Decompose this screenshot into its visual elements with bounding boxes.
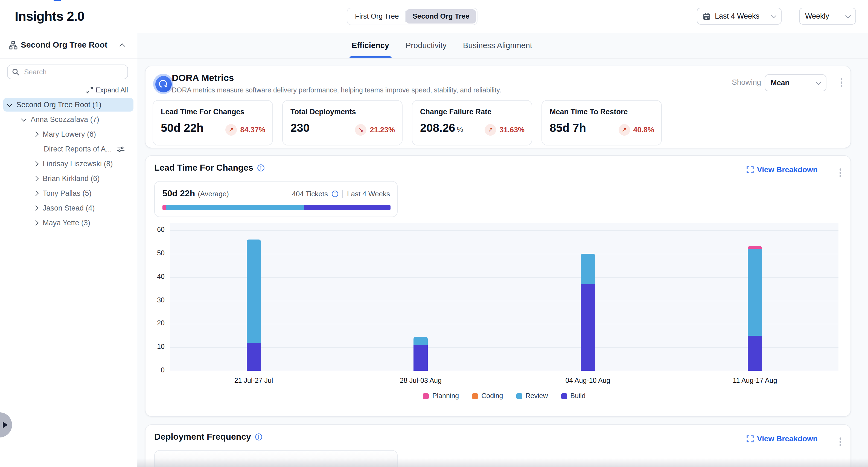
collapse-sidebar-chevron[interactable] [120,43,125,49]
trend-up-icon: ↗ [225,124,237,135]
chevron-right-icon[interactable] [33,205,38,211]
legend-swatch [472,393,478,399]
chevron-right-icon[interactable] [33,161,38,166]
tree-item-6[interactable]: Tony Pallas (5) [0,186,137,201]
app-window: Insights 2.0 First Org Tree Second Org T… [0,0,868,467]
gridline-50 [170,254,838,254]
search-input[interactable] [23,67,123,76]
trend-down-icon: ↘ [355,124,367,135]
sidebar-header: Second Org Tree Root [0,33,137,59]
org-tree-option-second[interactable]: Second Org Tree [406,9,476,24]
chevron-right-icon[interactable] [33,220,38,225]
bar-0-review[interactable] [247,240,261,343]
aggregation-select[interactable]: Mean [765,74,827,91]
chevron-right-icon[interactable] [33,176,38,181]
legend-label: Planning [432,392,459,400]
info-icon[interactable] [332,190,339,197]
bar-1-build[interactable] [414,345,428,371]
phase-segment-planning [162,205,166,210]
deployment-kebab-menu[interactable] [838,436,843,447]
tickets-count: 404 Tickets [292,190,328,198]
chevron-down-icon[interactable] [21,116,27,121]
bar-0-build[interactable] [247,343,261,371]
bar-3-build[interactable] [748,336,762,371]
bar-3-planning[interactable] [748,246,762,249]
tree-item-label: Brian Kirkland (6) [43,175,100,183]
expand-all-button[interactable]: Expand All [86,86,128,94]
metric-card-0: Lead Time For Changes50d 22h↗84.37% [153,100,273,146]
tree-item-4[interactable]: Lindsay Liszewski (8) [0,156,137,171]
tree-item-7[interactable]: Jason Stead (4) [0,201,137,215]
legend-item-coding[interactable]: Coding [472,392,503,400]
lead-time-card: Lead Time For Changes View Breakdown 50d… [145,155,851,417]
chevron-down-icon [771,12,776,18]
chevron-right-icon[interactable] [33,131,38,137]
vertical-divider [343,190,343,198]
legend-swatch [561,393,567,399]
date-range-value: Last 4 Weeks [715,12,772,20]
gridline-30 [170,301,838,301]
date-range-select[interactable]: Last 4 Weeks [697,8,782,25]
tree-item-label: Jason Stead (4) [43,204,95,212]
tab-business-alignment[interactable]: Business Alignment [463,33,532,58]
chevron-down-icon [816,79,821,85]
bar-2-build[interactable] [581,284,595,371]
legend-label: Build [570,392,586,400]
viewport-bottom-fade [137,458,868,467]
tab-productivity[interactable]: Productivity [406,33,446,58]
tree-item-8[interactable]: Maya Yette (3) [0,215,137,230]
tree-item-1[interactable]: Anna Scozzafava (7) [0,112,137,127]
legend-item-planning[interactable]: Planning [423,392,459,400]
legend-item-build[interactable]: Build [561,392,586,400]
tree-item-3[interactable]: Direct Reports of A... [0,142,137,156]
x-tick-0: 21 Jul-27 Jul [210,377,298,384]
bar-3-review[interactable] [748,249,762,336]
info-icon[interactable] [255,433,262,441]
tab-efficiency[interactable]: Efficiency [352,33,389,58]
lead-time-title: Lead Time For Changes [154,163,253,173]
metric-delta-value: 21.23% [370,126,395,134]
trend-up-icon: ↗ [618,124,630,135]
bar-2-review[interactable] [581,254,595,284]
org-tree: Second Org Tree Root (1)Anna Scozzafava … [0,97,137,230]
view-breakdown-label: View Breakdown [757,165,818,174]
y-tick-60: 60 [148,226,165,234]
legend-label: Coding [481,392,503,400]
tree-item-content: Tony Pallas (5) [34,189,92,197]
org-tree-option-first[interactable]: First Org Tree [348,9,405,24]
info-icon[interactable] [257,164,265,172]
metric-card-2: Change Failure Rate208.26%↗31.63% [412,100,532,146]
filter-sliders-icon[interactable] [117,146,125,153]
top-header: Insights 2.0 First Org Tree Second Org T… [0,0,868,33]
legend-swatch [423,393,429,399]
chevron-down-icon[interactable] [7,101,12,106]
expand-corners-icon [747,435,754,442]
tree-item-0[interactable]: Second Org Tree Root (1) [0,97,137,112]
tree-item-label: Mary Lowery (6) [43,130,96,138]
legend-item-review[interactable]: Review [516,392,548,400]
dora-kebab-menu[interactable] [839,76,844,88]
lead-time-summary-card: 50d 22h(Average) 404 Tickets Last 4 Week… [154,181,398,217]
deployment-view-breakdown-link[interactable]: View Breakdown [747,434,818,443]
tree-item-content: Second Org Tree Root (1) [8,101,101,109]
granularity-select[interactable]: Weekly [799,8,856,25]
phase-distribution-bar [162,205,391,210]
tree-item-label: Second Org Tree Root (1) [17,101,101,109]
showing-label: Showing [732,77,761,86]
y-tick-20: 20 [148,320,165,327]
metric-value: 85d 7h [550,121,586,134]
dora-metrics-card: DORA Metrics DORA metrics measure softwa… [145,66,851,148]
lead-time-view-breakdown-link[interactable]: View Breakdown [747,165,818,174]
y-tick-10: 10 [148,343,165,350]
metric-card-3: Mean Time To Restore85d 7h↗40.8% [541,100,662,146]
metric-delta: ↗40.8% [618,124,654,135]
tree-item-2[interactable]: Mary Lowery (6) [0,127,137,142]
view-breakdown-label: View Breakdown [757,434,818,443]
lead-time-kebab-menu[interactable] [838,167,843,179]
tree-item-label: Maya Yette (3) [43,219,90,227]
chevron-right-icon[interactable] [33,191,38,196]
tree-item-5[interactable]: Brian Kirkland (6) [0,171,137,186]
x-tick-3: 11 Aug-17 Aug [711,377,799,384]
sidebar-search[interactable] [7,65,128,79]
bar-1-review[interactable] [414,337,428,345]
